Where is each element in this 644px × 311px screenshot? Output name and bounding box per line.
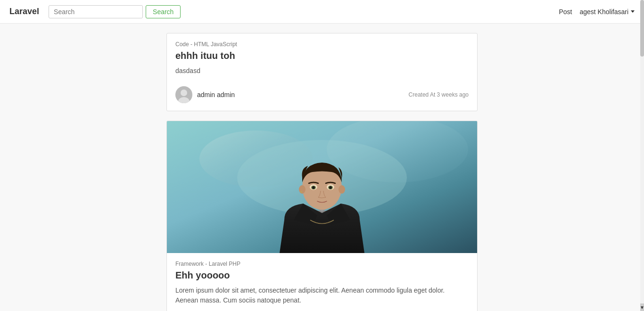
search-form: Search xyxy=(49,5,181,18)
scrollbar-down-button[interactable]: ▼ xyxy=(640,303,644,311)
post-excerpt: dasdasd xyxy=(175,66,469,76)
post-meta: admin admin Created At 3 weeks ago xyxy=(175,82,469,103)
main-content: Code - HTML JavaScript ehhh ituu toh das… xyxy=(162,33,482,311)
user-menu[interactable]: agest Kholifasari xyxy=(579,8,635,16)
svg-point-16 xyxy=(299,185,305,194)
search-button[interactable]: Search xyxy=(146,5,181,18)
post-author: admin admin xyxy=(175,86,235,103)
post-timestamp: Created At 3 weeks ago xyxy=(409,91,469,98)
user-name: agest Kholifasari xyxy=(579,8,628,16)
post-image[interactable] xyxy=(167,121,477,253)
svg-point-18 xyxy=(300,191,302,193)
svg-point-17 xyxy=(339,185,345,194)
post-link[interactable]: Post xyxy=(559,8,572,16)
navbar-right: Post agest Kholifasari xyxy=(559,8,635,16)
svg-point-1 xyxy=(181,90,187,96)
post-card-body: Framework - Laravel PHP Ehh yooooo Lorem… xyxy=(167,253,477,311)
svg-point-14 xyxy=(312,186,315,189)
author-name: admin admin xyxy=(197,91,235,98)
navbar: Laravel Search Post agest Kholifasari xyxy=(0,0,644,24)
chevron-down-icon xyxy=(631,10,635,13)
svg-point-15 xyxy=(329,186,332,189)
post-title[interactable]: Ehh yooooo xyxy=(175,270,469,281)
post-category: Framework - Laravel PHP xyxy=(175,261,469,267)
post-title[interactable]: ehhh ituu toh xyxy=(175,50,469,61)
post-card-body: Code - HTML JavaScript ehhh ituu toh das… xyxy=(167,33,477,111)
post-card: Code - HTML JavaScript ehhh ituu toh das… xyxy=(166,33,478,111)
post-excerpt: Lorem ipsum dolor sit amet, consectetuer… xyxy=(175,286,469,305)
post-card: Framework - Laravel PHP Ehh yooooo Lorem… xyxy=(166,121,478,311)
brand-logo[interactable]: Laravel xyxy=(9,7,39,16)
post-category: Code - HTML JavaScript xyxy=(175,41,469,48)
avatar xyxy=(175,86,192,103)
scrollbar-thumb[interactable] xyxy=(640,0,644,57)
search-input[interactable] xyxy=(49,5,143,18)
scrollbar-track: ▼ xyxy=(640,0,644,311)
